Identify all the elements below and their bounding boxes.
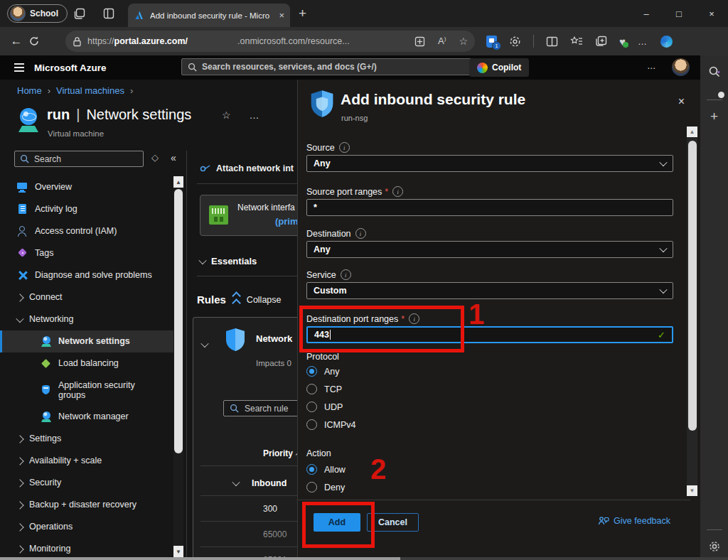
- favorite-star-icon[interactable]: ☆: [459, 36, 468, 47]
- collapse-all-icon[interactable]: [233, 293, 240, 306]
- sidebar-settings-gear-icon[interactable]: [708, 540, 721, 553]
- radio-selected-icon[interactable]: [306, 464, 317, 475]
- sidebar-search-input[interactable]: Search: [14, 151, 144, 167]
- scroll-down-icon[interactable]: ▼: [687, 485, 697, 496]
- sidebar-item-connect[interactable]: Connect: [0, 286, 173, 308]
- window-close-button[interactable]: ×: [695, 0, 728, 27]
- tab-close-icon[interactable]: ×: [279, 10, 284, 21]
- browser-profile-chip[interactable]: School: [7, 4, 68, 23]
- scroll-up-icon[interactable]: ▲: [687, 126, 697, 137]
- radio-icon[interactable]: [306, 402, 317, 412]
- give-feedback-link[interactable]: Give feedback: [598, 516, 670, 526]
- sidebar-item-operations[interactable]: Operations: [0, 516, 173, 538]
- extensions-icon[interactable]: [509, 36, 521, 48]
- browser-essentials-icon[interactable]: ♥: [619, 36, 626, 48]
- primary-nic-link[interactable]: (prim: [275, 216, 297, 227]
- info-icon[interactable]: i: [392, 186, 403, 197]
- refresh-button[interactable]: [28, 36, 53, 47]
- hamburger-menu-icon[interactable]: [14, 63, 24, 72]
- sidebar-item-backup-disaster-recovery[interactable]: Backup + disaster recovery: [0, 494, 173, 516]
- radio-icon[interactable]: [306, 419, 317, 430]
- password-monitor-icon[interactable]: 1: [486, 36, 497, 48]
- chevron-down-icon[interactable]: [200, 340, 208, 348]
- protocol-option-any[interactable]: Any: [306, 362, 355, 380]
- menu-diamond-icon[interactable]: ◇: [151, 152, 159, 163]
- sidebar-item-availability-scale[interactable]: Availability + scale: [0, 450, 173, 472]
- scrollbar-thumb[interactable]: [688, 141, 697, 431]
- sidebar-item-security[interactable]: Security: [0, 472, 173, 494]
- sidebar-item-settings[interactable]: Settings: [0, 428, 173, 450]
- protocol-option-tcp[interactable]: TCP: [306, 380, 355, 398]
- azure-copilot-button[interactable]: Copilot: [469, 58, 529, 77]
- settings-more-icon[interactable]: …: [638, 36, 648, 47]
- info-icon[interactable]: i: [341, 269, 351, 280]
- attach-network-interface-link[interactable]: Attach network int: [200, 163, 294, 173]
- source-select[interactable]: Any: [306, 155, 673, 172]
- panel-scrollbar[interactable]: ▲ ▼: [687, 126, 697, 496]
- azure-brand[interactable]: Microsoft Azure: [34, 63, 107, 73]
- rule-priority-value[interactable]: 65000: [263, 529, 287, 539]
- page-more-icon[interactable]: …: [250, 109, 259, 121]
- enhanced-security-icon[interactable]: [414, 36, 425, 47]
- vertical-tabs-icon[interactable]: [101, 6, 117, 21]
- sidebar-item-tags[interactable]: Tags: [0, 242, 173, 264]
- read-aloud-icon[interactable]: A): [438, 36, 446, 46]
- panel-close-icon[interactable]: ×: [678, 95, 685, 108]
- sidebar-item-diagnose-and-solve-problems[interactable]: Diagnose and solve problems: [0, 264, 173, 286]
- scrollbar-thumb[interactable]: [174, 189, 183, 453]
- new-tab-button[interactable]: +: [299, 6, 306, 21]
- action-option-deny[interactable]: Deny: [306, 478, 346, 496]
- sidebar-scrollbar[interactable]: ▲ ▼: [173, 176, 183, 557]
- info-icon[interactable]: i: [339, 142, 350, 153]
- sidebar-add-icon[interactable]: +: [710, 109, 718, 124]
- sidebar-item-monitoring[interactable]: Monitoring: [0, 538, 173, 557]
- radio-icon[interactable]: [306, 384, 317, 394]
- action-option-allow[interactable]: Allow: [306, 461, 346, 478]
- rules-search-input[interactable]: Search rule: [223, 400, 297, 416]
- azure-more-icon[interactable]: …: [647, 61, 658, 71]
- sidebar-item-load-balancing[interactable]: Load balancing: [0, 352, 173, 375]
- menu-collapse-icon[interactable]: «: [171, 152, 176, 163]
- essentials-toggle[interactable]: Essentials: [200, 256, 257, 266]
- rule-priority-value[interactable]: 300: [263, 504, 277, 514]
- sidebar-item-activity-log[interactable]: Activity log: [0, 198, 173, 220]
- copilot-icon[interactable]: [660, 36, 673, 48]
- window-maximize-button[interactable]: □: [663, 0, 695, 27]
- sidebar-item-label: Tags: [35, 248, 53, 258]
- back-button[interactable]: ←: [4, 34, 28, 48]
- chevron-down-icon[interactable]: [232, 478, 240, 486]
- service-select[interactable]: Custom: [306, 282, 673, 299]
- network-interface-card[interactable]: Network interfa (prim: [200, 195, 297, 236]
- protocol-option-udp[interactable]: UDP: [306, 398, 355, 416]
- breadcrumb-vm-link[interactable]: Virtual machines: [56, 85, 124, 96]
- info-icon[interactable]: i: [355, 228, 366, 239]
- favorite-page-star-icon[interactable]: ☆: [222, 109, 231, 121]
- sidebar-item-overview[interactable]: Overview: [0, 176, 173, 198]
- network-settings-content: Attach network int Network interfa (prim…: [187, 151, 297, 557]
- favorites-icon[interactable]: [570, 36, 583, 47]
- azure-search-input[interactable]: Search resources, services, and docs (G+…: [181, 58, 491, 75]
- radio-icon[interactable]: [306, 482, 317, 492]
- breadcrumb-home-link[interactable]: Home: [17, 85, 42, 96]
- sidebar-item-network-manager[interactable]: Network manager: [0, 406, 173, 428]
- priority-column-header[interactable]: Priority: [263, 448, 297, 458]
- workspaces-icon[interactable]: [71, 6, 87, 21]
- window-minimize-button[interactable]: –: [630, 0, 663, 27]
- sidebar-item-access-control-iam[interactable]: Access control (IAM): [0, 220, 173, 242]
- scroll-up-icon[interactable]: ▲: [173, 176, 183, 188]
- source-port-ranges-input[interactable]: *: [306, 199, 673, 216]
- scroll-down-icon[interactable]: ▼: [173, 546, 183, 557]
- destination-select[interactable]: Any: [306, 241, 673, 258]
- sidebar-search-icon[interactable]: [708, 65, 721, 78]
- radio-selected-icon[interactable]: [306, 366, 317, 377]
- split-screen-icon[interactable]: [546, 36, 558, 47]
- sidebar-item-application-security-groups[interactable]: Application security groups: [0, 375, 173, 406]
- collapse-all-label[interactable]: Collapse: [247, 295, 282, 305]
- sidebar-item-network-settings[interactable]: Network settings: [0, 330, 173, 352]
- browser-tab-active[interactable]: Add inbound security rule - Micro ×: [128, 4, 290, 27]
- collections-icon[interactable]: [595, 36, 607, 47]
- address-bar[interactable]: https://portal.azure.com/.onmicrosoft.co…: [65, 31, 475, 52]
- protocol-option-icmpv4[interactable]: ICMPv4: [306, 416, 355, 434]
- sidebar-item-networking[interactable]: Networking: [0, 308, 173, 330]
- azure-account-avatar[interactable]: [672, 58, 690, 76]
